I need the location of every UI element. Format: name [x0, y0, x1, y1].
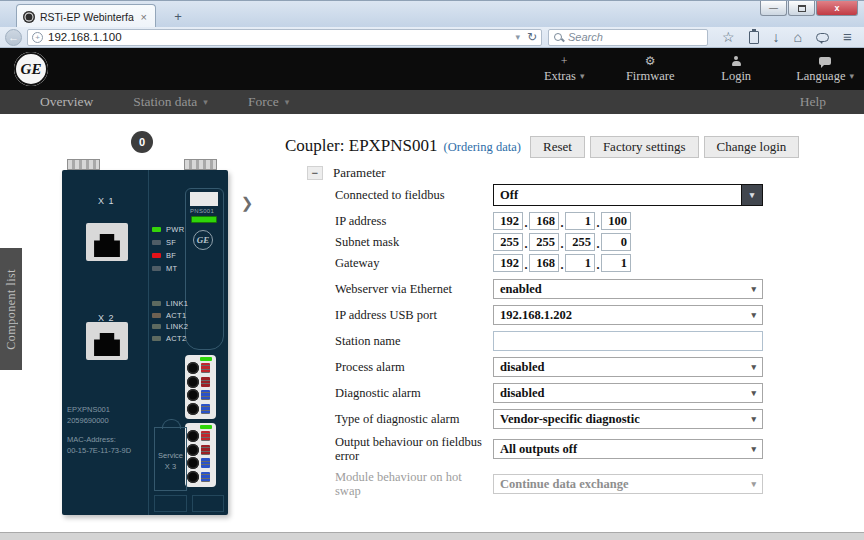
- nav-items: OverviewStation data ▾Force ▾: [0, 94, 289, 110]
- nav-item-station-data[interactable]: Station data ▾: [133, 94, 208, 110]
- connector-terminal: [201, 404, 210, 414]
- field-control: 192.168.1.202▾: [493, 305, 763, 325]
- url-text[interactable]: 192.168.1.100: [48, 31, 510, 43]
- ip-address-octet-1[interactable]: 192: [493, 212, 523, 230]
- change-login-button[interactable]: Change login: [704, 136, 800, 158]
- field-control: Vendor-specific diagnostic▾: [493, 409, 763, 429]
- search-input[interactable]: Search: [548, 29, 708, 46]
- chevron-down-icon: ▾: [849, 71, 854, 81]
- browser-tab-bar: RSTi-EP Webinterface × + — x: [0, 0, 864, 27]
- connector-block-2: [185, 423, 216, 487]
- chevron-down-icon: ▾: [751, 284, 756, 294]
- module-foot: [192, 495, 224, 512]
- connector-row: [187, 430, 216, 442]
- collapse-icon[interactable]: −: [307, 166, 323, 180]
- back-button[interactable]: ←: [5, 29, 22, 46]
- connector-row: [187, 471, 216, 483]
- module-tag: PNS001: [190, 208, 214, 214]
- menu-icon[interactable]: ≡: [843, 30, 852, 44]
- led-label: LINK2: [166, 322, 188, 331]
- station-name-input[interactable]: [493, 331, 763, 351]
- connector-hole: [187, 403, 199, 415]
- ordering-data-link[interactable]: (Ordering data): [444, 140, 521, 154]
- nav-item-force[interactable]: Force ▾: [248, 94, 289, 110]
- url-bar[interactable]: + 192.168.1.100 ▾ ↻: [27, 29, 542, 46]
- field-label: Gateway: [335, 256, 493, 270]
- ip-address-usb-port-select[interactable]: 192.168.1.202▾: [493, 305, 763, 325]
- home-icon[interactable]: ⌂: [794, 30, 802, 44]
- led-indicator: [152, 313, 161, 318]
- field-control: disabled▾: [493, 383, 763, 403]
- select-value: enabled: [500, 282, 542, 297]
- connector-block-1: [185, 355, 216, 419]
- window-close-button[interactable]: x: [816, 1, 858, 16]
- component-list-label: Component list: [4, 269, 19, 350]
- module-foot: [154, 495, 187, 512]
- connected-to-fieldbus-select[interactable]: Off▾: [493, 184, 763, 206]
- reload-icon[interactable]: ↻: [527, 30, 537, 44]
- nav-item-help[interactable]: Help: [800, 94, 826, 110]
- output-behaviour-on-fieldbus-error-select[interactable]: All outputs off▾: [493, 439, 763, 459]
- chevron-down-icon: ▾: [751, 479, 756, 489]
- led-indicator: [152, 301, 161, 306]
- subnet-mask-octet-3[interactable]: 255: [565, 233, 595, 251]
- connector-led: [200, 425, 212, 429]
- gateway-octet-3[interactable]: 1: [565, 254, 595, 272]
- header-menu-language[interactable]: Language▾: [796, 55, 854, 84]
- header-menu-extras[interactable]: +Extras▾: [538, 55, 590, 84]
- module-behaviour-on-hot-swap-select[interactable]: Continue data exchange▾: [493, 474, 763, 494]
- led-label: PWR: [166, 225, 184, 234]
- component-list-tab[interactable]: Component list: [0, 248, 22, 370]
- webserver-via-ethernet-select[interactable]: enabled▾: [493, 279, 763, 299]
- field-row-process-alarm: Process alarmdisabled▾: [335, 357, 765, 377]
- device-module[interactable]: PNS001 GE X 1 PWRSFBFMT LINK1ACT1LINK2AC…: [62, 170, 228, 515]
- chevron-down-icon: ▾: [751, 414, 756, 424]
- expand-chevron-icon[interactable]: ❯: [237, 193, 257, 213]
- reset-button[interactable]: Reset: [530, 136, 585, 158]
- gateway-input-group: 192.168.1.1: [493, 254, 763, 272]
- select-arrow-button[interactable]: ▾: [741, 185, 762, 205]
- bookmark-star-icon[interactable]: ☆: [722, 30, 735, 44]
- ip-address-octet-3[interactable]: 1: [565, 212, 595, 230]
- field-row-connected-to-fieldbus: Connected to fieldbusOff▾: [335, 184, 765, 206]
- reading-list-icon[interactable]: [749, 31, 759, 44]
- nav-item-overview[interactable]: Overview: [40, 94, 93, 110]
- window-maximize-button[interactable]: [788, 1, 815, 16]
- header-menu-label: Extras▾: [544, 69, 584, 84]
- url-dropdown-icon[interactable]: ▾: [515, 32, 520, 42]
- module-divider: [148, 170, 149, 515]
- parameter-section-title: Parameter: [333, 165, 386, 181]
- factory-settings-button[interactable]: Factory settings: [590, 136, 699, 158]
- window-minimize-button[interactable]: —: [760, 1, 787, 16]
- ip-address-octet-4[interactable]: 100: [601, 212, 631, 230]
- chat-icon[interactable]: [816, 33, 829, 42]
- led-label: MT: [166, 264, 177, 273]
- menu-text: Firmware: [626, 69, 675, 84]
- chevron-down-icon: ▾: [751, 362, 756, 372]
- subnet-mask-octet-2[interactable]: 255: [529, 233, 559, 251]
- new-tab-button[interactable]: +: [166, 9, 190, 27]
- gear-icon: ⚙: [645, 55, 656, 68]
- tab-close-icon[interactable]: ×: [139, 11, 149, 23]
- service-port-panel: Service X 3: [154, 427, 187, 491]
- led-sf: SF: [152, 238, 176, 247]
- field-row-subnet-mask: Subnet mask255.255.255.0: [335, 233, 765, 251]
- subnet-mask-octet-4[interactable]: 0: [601, 233, 631, 251]
- type-of-diagnostic-alarm-select[interactable]: Vendor-specific diagnostic▾: [493, 409, 763, 429]
- header-menu-login[interactable]: Login: [710, 55, 762, 84]
- field-label: IP address: [335, 214, 493, 228]
- gateway-octet-4[interactable]: 1: [601, 254, 631, 272]
- ip-address-octet-2[interactable]: 168: [529, 212, 559, 230]
- window-controls: — x: [759, 1, 858, 16]
- downloads-icon[interactable]: ↓: [773, 30, 780, 44]
- subnet-mask-input-group: 255.255.255.0: [493, 233, 763, 251]
- subnet-mask-octet-1[interactable]: 255: [493, 233, 523, 251]
- process-alarm-select[interactable]: disabled▾: [493, 357, 763, 377]
- browser-tab[interactable]: RSTi-EP Webinterface ×: [16, 4, 156, 28]
- connector-hole: [187, 471, 199, 483]
- field-row-output-behaviour-on-fieldbus-error: Output behaviour on fieldbus errorAll ou…: [335, 435, 765, 464]
- gateway-octet-2[interactable]: 168: [529, 254, 559, 272]
- diagnostic-alarm-select[interactable]: disabled▾: [493, 383, 763, 403]
- header-menu-firmware[interactable]: ⚙Firmware: [624, 55, 676, 84]
- gateway-octet-1[interactable]: 192: [493, 254, 523, 272]
